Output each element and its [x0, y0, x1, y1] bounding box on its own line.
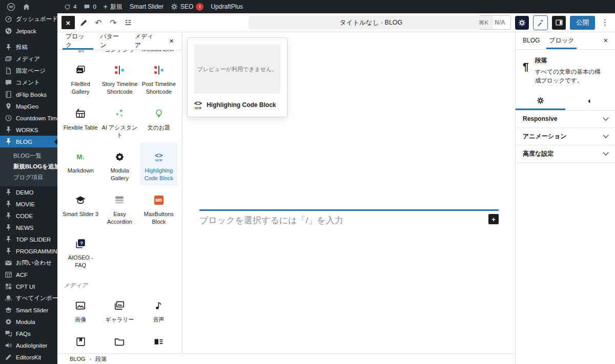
- sidebar-item-code[interactable]: CODE: [0, 210, 57, 222]
- sidebar-item-works[interactable]: WORKS: [0, 124, 57, 136]
- block-highlighting-code-block[interactable]: <>HCBHighlighing Code Block: [140, 142, 178, 186]
- tab-media[interactable]: メディア: [135, 32, 159, 50]
- submenu-item-add-new-blog[interactable]: 新規BLOGを追加: [0, 161, 57, 172]
- seo-gear-icon: [171, 3, 178, 10]
- sparkles-icon: [114, 108, 125, 119]
- sidebar-item-cpt-ui[interactable]: CPT UI: [0, 281, 57, 292]
- inserter-tabs: ブロック パターン メディア ×: [57, 32, 182, 50]
- close-inserter-button[interactable]: ×: [61, 16, 75, 29]
- inserter-close-button[interactable]: ×: [169, 36, 174, 45]
- options-menu-button[interactable]: ⋮: [599, 18, 611, 27]
- block-smart-slider-3[interactable]: Smart Slider 3: [61, 186, 99, 229]
- sidebar-item-posts[interactable]: 投稿: [0, 41, 57, 53]
- sidebar-item-programming[interactable]: PROGRAMMING: [0, 245, 57, 257]
- block-file[interactable]: ファイル: [100, 327, 138, 353]
- tab-document-blog[interactable]: BLOG: [523, 32, 540, 49]
- document-title-bar[interactable]: タイトルなし · BLOG ⌘K: [249, 16, 494, 29]
- clipped-block-label: 詩: [63, 50, 100, 54]
- tab-blocks[interactable]: ブロック: [66, 32, 90, 50]
- panel-animation[interactable]: アニメーション: [516, 128, 615, 145]
- tab-patterns[interactable]: パターン: [100, 32, 125, 50]
- block-story-timeline[interactable]: Story Timeline Shortcode: [100, 56, 138, 99]
- sidebar-item-dflip-books[interactable]: dFlip Books: [0, 89, 57, 100]
- sidebar-item-news[interactable]: NEWS: [0, 222, 57, 233]
- site-home-link[interactable]: [19, 0, 34, 13]
- lightbulb-icon: [153, 108, 165, 119]
- block-gallery[interactable]: ギャラリー: [100, 291, 138, 327]
- block-maxbuttons[interactable]: MBMaxButtons Block: [140, 186, 178, 229]
- sidebar-item-contact[interactable]: お問い合わせ: [0, 257, 57, 269]
- sidebar-item-smart-slider[interactable]: Smart Slider: [0, 304, 57, 316]
- block-markdown[interactable]: M↓Markdown: [61, 142, 99, 186]
- block-aioseo-faq[interactable]: AIOSEO - FAQ: [61, 229, 99, 273]
- submenu-item-blog-list[interactable]: BLOG一覧: [0, 151, 57, 161]
- block-media-text[interactable]: メディアとテキスト: [140, 327, 178, 353]
- sidebar-item-editorskit[interactable]: EditorsKit: [0, 351, 57, 363]
- publish-button[interactable]: 公開: [570, 16, 595, 30]
- subtab-settings[interactable]: [516, 92, 565, 110]
- seo-notification-badge: !: [196, 3, 203, 11]
- block-post-timeline[interactable]: Post Timeline Shortcode: [140, 56, 178, 99]
- image-icon: [75, 300, 86, 311]
- seo-link[interactable]: SEO !: [167, 0, 207, 13]
- location-pin-icon: [5, 102, 12, 110]
- add-block-button[interactable]: +: [488, 214, 499, 224]
- sidebar-item-all-import[interactable]: すべてインポート: [0, 292, 57, 304]
- panel-responsive[interactable]: Responsive: [516, 111, 615, 128]
- sidebar-item-modula[interactable]: Modula: [0, 316, 57, 328]
- comments-icon: [84, 4, 90, 10]
- block-modula-gallery[interactable]: Modula Gallery: [100, 142, 138, 186]
- envelope-icon: [5, 259, 12, 267]
- pin-icon: [5, 138, 12, 145]
- block-easy-accordion[interactable]: Easy Accordion: [100, 186, 138, 229]
- updraftplus-link[interactable]: UpdraftPlus: [207, 0, 247, 13]
- sidebar-item-pages[interactable]: 固定ページ: [0, 65, 57, 77]
- command-shortcut: ⌘K: [479, 19, 488, 26]
- sidebar-item-dashboard[interactable]: ダッシュボード: [0, 13, 57, 25]
- media-text-icon: [153, 336, 164, 347]
- sidebar-item-demo[interactable]: DEMO: [0, 186, 57, 198]
- filebird-gallery-icon: [75, 65, 86, 76]
- clock-icon: [5, 114, 12, 122]
- breadcrumb-root[interactable]: BLOG: [70, 356, 86, 362]
- block-filebird-gallery[interactable]: FileBird Gallery: [61, 56, 99, 99]
- ai-assistant-button[interactable]: [533, 15, 548, 30]
- sidebar-item-comments[interactable]: コメント: [0, 77, 57, 89]
- block-ai-assistant[interactable]: AI アシスタント: [100, 99, 138, 143]
- panel-advanced[interactable]: 高度な設定: [516, 145, 615, 163]
- comments-link[interactable]: 0: [80, 0, 99, 13]
- sidebar-item-top-slider[interactable]: TOP SLIDER: [0, 233, 57, 245]
- list-view-button[interactable]: [122, 16, 134, 29]
- edit-mode-button[interactable]: [77, 16, 90, 29]
- settings-sidebar-toggle[interactable]: [552, 16, 566, 30]
- timeline-icon: [153, 65, 165, 76]
- sidebar-item-mapgeo[interactable]: MapGeo: [0, 100, 57, 112]
- block-cover[interactable]: カバー: [61, 327, 99, 353]
- sidebar-item-countdown-timer[interactable]: Countdown Timer: [0, 112, 57, 124]
- block-writing-prompt[interactable]: 文のお題: [140, 99, 178, 143]
- tab-block[interactable]: ブロック: [549, 32, 574, 49]
- updates-link[interactable]: 4: [60, 0, 80, 13]
- paragraph-placeholder[interactable]: ブロックを選択するには「/」を入力: [199, 215, 343, 226]
- subtab-styles[interactable]: ◐: [565, 92, 615, 110]
- smart-slider-link[interactable]: Smart Slider: [126, 0, 167, 13]
- block-image[interactable]: 画像: [61, 291, 99, 327]
- comment-count: 0: [93, 4, 96, 10]
- submenu-item-blog-taxonomy[interactable]: ブログ項目: [0, 172, 57, 183]
- sidebar-item-blog[interactable]: BLOG: [0, 136, 57, 147]
- settings-close-button[interactable]: ×: [604, 36, 608, 45]
- sidebar-item-movie[interactable]: MOVIE: [0, 198, 57, 210]
- sidebar-item-acf[interactable]: ACF: [0, 269, 57, 281]
- sidebar-item-jetpack[interactable]: Jetpack: [0, 25, 57, 37]
- editor-header: × ↶ ↷ タイトルなし · BLOG ⌘K 下書き保存 N/A 公開 ⋮: [57, 13, 615, 32]
- aioseo-settings-button[interactable]: [515, 16, 529, 30]
- sidebar-item-faqs[interactable]: FAQs: [0, 328, 57, 339]
- new-content-link[interactable]: + 新規: [100, 0, 126, 13]
- undo-button[interactable]: ↶: [92, 16, 105, 29]
- wp-logo-menu[interactable]: [3, 0, 19, 13]
- sidebar-item-audioigniter[interactable]: AudioIgniter: [0, 339, 57, 351]
- sidebar-item-media[interactable]: メディア: [0, 53, 57, 65]
- block-audio[interactable]: 音声: [140, 291, 178, 327]
- redo-button[interactable]: ↷: [107, 16, 119, 29]
- block-flexible-table[interactable]: Flexible Table: [61, 99, 99, 143]
